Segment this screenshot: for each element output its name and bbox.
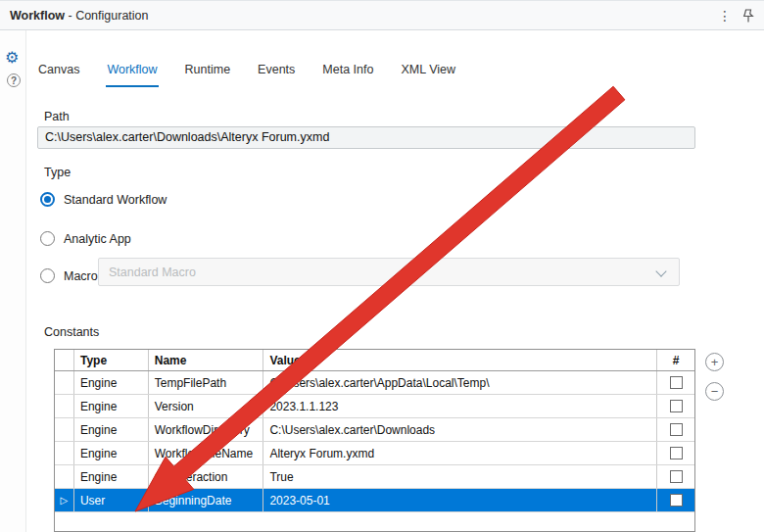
- cell-hash: [657, 395, 694, 417]
- cell-value: 2023-05-01: [263, 489, 657, 511]
- chevron-down-icon: [655, 266, 666, 276]
- cell-type: Engine: [74, 465, 149, 488]
- header-name: Name: [149, 350, 264, 370]
- radio-button-icon: [40, 268, 55, 283]
- table-row[interactable]: Engine WorkflowFileName Alteryx Forum.yx…: [55, 442, 694, 465]
- radio-label: Macro: [64, 269, 98, 283]
- table-row-selected[interactable]: ▷ User BeginningDate 2023-05-01: [55, 489, 694, 512]
- cell-hash: [657, 442, 694, 464]
- cell-name: WorkflowFileName: [149, 442, 264, 464]
- type-label: Type: [44, 166, 71, 179]
- tab-canvas[interactable]: Canvas: [37, 59, 80, 87]
- macro-type-dropdown-value: Standard Macro: [109, 266, 196, 279]
- constants-label: Constants: [44, 325, 99, 339]
- header-hash: #: [657, 350, 694, 370]
- add-constant-button[interactable]: +: [705, 353, 724, 371]
- cell-value: C:\Users\alex.carter\AppData\Local\Temp\: [263, 371, 657, 394]
- cell-type: Engine: [74, 418, 149, 441]
- panel-title-app: Workflow: [10, 9, 65, 23]
- row-selector-cell: [55, 442, 74, 464]
- row-selector-cell: [55, 465, 74, 488]
- table-row[interactable]: Engine WorkflowDirectory C:\Users\alex.c…: [55, 418, 694, 442]
- cell-hash: [657, 371, 694, 394]
- cell-type: Engine: [74, 442, 149, 464]
- radio-standard-workflow[interactable]: Standard Workflow: [40, 192, 167, 207]
- cell-hash: [657, 489, 694, 511]
- cell-value: 2023.1.1.123: [263, 395, 657, 417]
- row-selector-cell: [55, 418, 74, 441]
- cell-value: C:\Users\alex.carter\Downloads: [263, 418, 657, 441]
- row-selector-cell: [55, 371, 74, 394]
- table-row[interactable]: Engine Version 2023.1.1.123: [55, 395, 694, 418]
- cell-name: Version: [149, 395, 264, 417]
- dock-pin-icon[interactable]: [741, 9, 755, 24]
- row-marker-icon: ▷: [61, 496, 69, 506]
- cell-type: Engine: [74, 371, 149, 394]
- radio-label: Standard Workflow: [64, 193, 167, 207]
- radio-analytic-app[interactable]: Analytic App: [40, 231, 131, 246]
- cell-value: Alteryx Forum.yxmd: [263, 442, 657, 464]
- row-selector-cell: [55, 395, 74, 417]
- cell-type: Engine: [74, 395, 149, 417]
- gear-icon[interactable]: ⚙: [5, 50, 19, 66]
- panel-titlebar: Workflow - Configuration ⋮: [0, 0, 764, 30]
- tab-events[interactable]: Events: [257, 59, 296, 87]
- left-rail: ⚙ ?: [0, 30, 26, 532]
- remove-constant-button[interactable]: −: [705, 382, 724, 401]
- constants-table: Type Name Value # Engine TempFilePath C:…: [54, 349, 695, 532]
- tab-meta-info[interactable]: Meta Info: [321, 59, 374, 87]
- tab-workflow[interactable]: Workflow: [106, 59, 158, 87]
- cell-hash: [657, 465, 694, 488]
- kebab-menu-icon[interactable]: ⋮: [716, 6, 734, 25]
- table-row[interactable]: Engine TempFilePath C:\Users\alex.carter…: [55, 371, 694, 395]
- row-checkbox[interactable]: [670, 470, 683, 483]
- cell-name: WorkflowDirectory: [149, 418, 264, 441]
- radio-label: Analytic App: [64, 232, 131, 246]
- path-label: Path: [44, 110, 70, 123]
- row-selector-cell: ▷: [55, 489, 74, 511]
- help-icon[interactable]: ?: [7, 73, 21, 87]
- table-header-row: Type Name Value #: [55, 350, 694, 371]
- header-value: Value: [263, 350, 657, 370]
- cell-value: True: [263, 465, 657, 488]
- path-input[interactable]: C:\Users\alex.carter\Downloads\Alteryx F…: [37, 126, 695, 149]
- panel-title-suffix: - Configuration: [65, 9, 148, 23]
- macro-type-dropdown[interactable]: Standard Macro: [98, 258, 680, 286]
- header-selector: [55, 350, 74, 370]
- cell-name: TempFilePath: [149, 371, 264, 394]
- tab-xml-view[interactable]: XML View: [400, 59, 456, 87]
- config-tabs: Canvas Workflow Runtime Events Meta Info…: [37, 59, 456, 87]
- radio-button-icon: [40, 231, 55, 246]
- row-checkbox[interactable]: [670, 376, 683, 389]
- row-checkbox[interactable]: [670, 494, 683, 507]
- row-checkbox[interactable]: [670, 447, 683, 459]
- panel-title: Workflow - Configuration: [10, 9, 149, 23]
- cell-name: BeginningDate: [149, 489, 264, 511]
- cell-name: GuiInteraction: [149, 465, 264, 488]
- radio-macro[interactable]: Macro: [40, 268, 98, 283]
- tab-runtime[interactable]: Runtime: [184, 59, 232, 87]
- radio-button-icon: [40, 192, 55, 207]
- row-checkbox[interactable]: [670, 400, 683, 412]
- cell-hash: [657, 418, 694, 441]
- cell-type: User: [74, 489, 149, 511]
- row-checkbox[interactable]: [670, 423, 683, 436]
- header-type: Type: [74, 350, 149, 370]
- table-row[interactable]: Engine GuiInteraction True: [55, 465, 694, 489]
